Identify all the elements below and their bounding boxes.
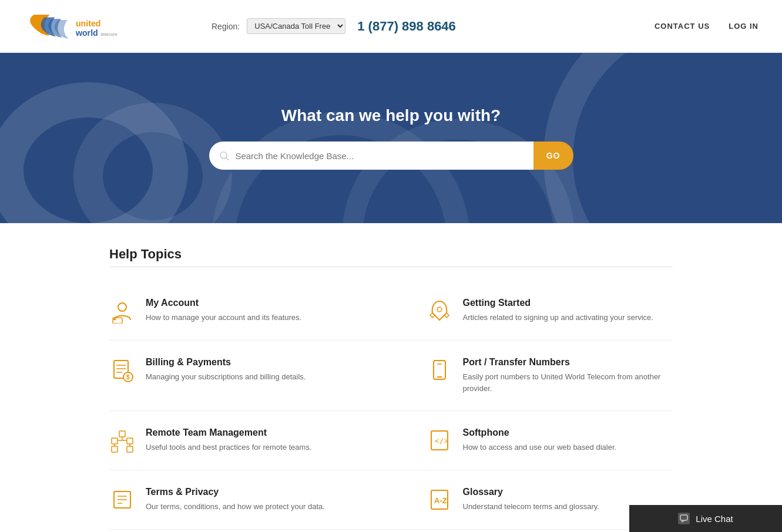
search-input[interactable] <box>235 151 523 161</box>
topic-softphone-title: Softphone <box>463 427 617 438</box>
log-in-link[interactable]: LOG IN <box>729 22 758 31</box>
contact-us-link[interactable]: CONTACT US <box>655 22 710 31</box>
hero-bg: united world tele <box>0 53 782 223</box>
topic-getting-started-desc: Articles related to signing up and activ… <box>463 312 653 324</box>
live-chat-label: Live Chat <box>696 514 733 524</box>
topic-glossary-title: Glossary <box>463 487 599 497</box>
topic-billing-desc: Managing your subscriptions and billing … <box>146 371 306 383</box>
svg-point-4 <box>88 117 217 223</box>
svg-rect-24 <box>112 438 118 444</box>
go-button[interactable]: GO <box>533 142 573 170</box>
topic-getting-started[interactable]: Getting Started Articles related to sign… <box>391 281 673 341</box>
topic-getting-started-title: Getting Started <box>463 298 653 308</box>
billing-icon: $ <box>109 357 135 383</box>
svg-point-14 <box>437 307 442 312</box>
topic-glossary-text: Glossary Understand telecom terms and gl… <box>463 487 599 513</box>
svg-rect-28 <box>127 446 133 452</box>
svg-text:A-Z: A-Z <box>434 496 447 505</box>
topic-remote[interactable]: Remote Team Management Useful tools and … <box>109 411 391 470</box>
topics-grid: My Account How to manage your account an… <box>109 281 673 530</box>
topic-my-account[interactable]: My Account How to manage your account an… <box>109 281 391 341</box>
svg-point-11 <box>118 303 126 311</box>
logo-area: united world telecom <box>24 9 118 44</box>
topic-remote-title: Remote Team Management <box>146 427 312 438</box>
topic-my-account-desc: How to manage your account and its featu… <box>146 312 301 324</box>
svg-line-10 <box>226 158 228 160</box>
svg-text:telecom: telecom <box>101 31 118 36</box>
help-topics-section: Help Topics My Account How to manage you… <box>0 223 782 532</box>
search-input-wrap <box>209 142 533 170</box>
svg-point-9 <box>220 152 227 159</box>
svg-rect-27 <box>112 446 118 452</box>
svg-point-13 <box>115 319 116 321</box>
topic-port-text: Port / Transfer Numbers Easily port numb… <box>463 357 662 394</box>
topic-softphone[interactable]: </> Softphone How to access and use our … <box>391 411 673 470</box>
header-center: Region: USA/Canada Toll Free Internation… <box>212 18 456 34</box>
topic-remote-desc: Useful tools and best practices for remo… <box>146 442 312 453</box>
svg-text:$: $ <box>126 374 130 381</box>
phone-number: 1 (877) 898 8646 <box>357 19 456 34</box>
topic-my-account-text: My Account How to manage your account an… <box>146 298 301 324</box>
port-icon <box>427 357 452 383</box>
logo: united world telecom <box>24 9 118 44</box>
svg-rect-41 <box>680 515 687 520</box>
topic-billing-title: Billing & Payments <box>146 357 306 368</box>
svg-text:united: united <box>76 18 101 28</box>
topic-terms-text: Terms & Privacy Our terms, conditions, a… <box>146 487 325 513</box>
account-icon <box>109 298 135 324</box>
search-bar: GO <box>209 142 573 170</box>
svg-text:world: world <box>75 28 98 37</box>
region-select[interactable]: USA/Canada Toll Free International UK To… <box>247 18 345 34</box>
help-topics-title: Help Topics <box>109 247 673 262</box>
svg-rect-26 <box>127 438 133 444</box>
remote-icon <box>109 427 135 453</box>
svg-rect-25 <box>119 431 125 437</box>
terms-icon <box>109 487 135 513</box>
topic-billing-text: Billing & Payments Managing your subscri… <box>146 357 306 383</box>
hero-heading: What can we help you with? <box>281 106 501 125</box>
header: united world telecom Region: USA/Canada … <box>0 0 782 53</box>
glossary-icon: A-Z <box>427 487 452 513</box>
topic-my-account-title: My Account <box>146 298 301 308</box>
topic-terms-desc: Our terms, conditions, and how we protec… <box>146 501 325 513</box>
topic-softphone-desc: How to access and use our web based dial… <box>463 442 617 453</box>
topic-remote-text: Remote Team Management Useful tools and … <box>146 427 312 453</box>
topic-getting-started-text: Getting Started Articles related to sign… <box>463 298 653 324</box>
header-nav: CONTACT US LOG IN <box>655 22 758 31</box>
topic-port[interactable]: Port / Transfer Numbers Easily port numb… <box>391 341 673 411</box>
region-label: Region: <box>212 22 240 31</box>
hero-section: united world tele What can we help you w… <box>0 53 782 223</box>
svg-text:</>: </> <box>435 436 449 445</box>
svg-point-5 <box>223 123 458 223</box>
topic-billing[interactable]: $ Billing & Payments Managing your subsc… <box>109 341 391 411</box>
svg-point-3 <box>6 100 170 223</box>
topic-softphone-text: Softphone How to access and use our web … <box>463 427 617 453</box>
live-chat-icon <box>678 513 690 524</box>
topic-port-title: Port / Transfer Numbers <box>463 357 662 368</box>
topic-terms-title: Terms & Privacy <box>146 487 325 497</box>
topic-glossary-desc: Understand telecom terms and glossary. <box>463 501 599 513</box>
svg-point-7 <box>558 53 782 223</box>
rocket-icon <box>427 298 452 324</box>
softphone-icon: </> <box>427 427 452 453</box>
live-chat-widget[interactable]: Live Chat <box>629 505 782 532</box>
topic-terms[interactable]: Terms & Privacy Our terms, conditions, a… <box>109 470 391 530</box>
search-icon <box>219 150 230 161</box>
topic-port-desc: Easily port numbers to United World Tele… <box>463 371 662 394</box>
section-divider <box>109 267 673 267</box>
